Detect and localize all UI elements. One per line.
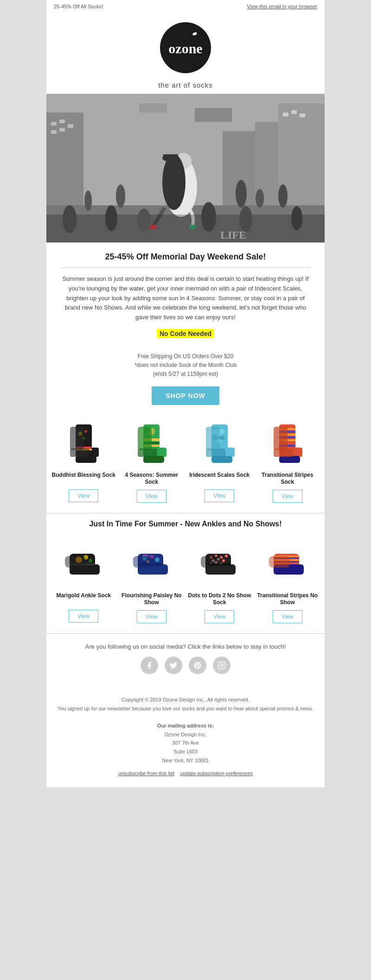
product-name-stripes: Transitional Stripes Sock [255,472,320,486]
product-image-box-scales [187,422,252,468]
sock-image-stripes-no-show [269,551,306,579]
noshows-title-bar: Just In Time For Summer - New Ankles and… [46,513,325,535]
products-section: Buddhist Blessing Sock View [46,414,325,513]
svg-point-18 [278,184,288,208]
preferences-link[interactable]: update subscription preferences [180,771,253,776]
view-button-scales[interactable]: View [205,489,234,502]
no-code-label: No Code Needed [157,329,214,338]
svg-point-85 [89,559,92,563]
product-name-paisley: Flourishing Paisley No Show [119,592,185,607]
signup-note: You signed up for our newsletter because… [56,704,315,713]
svg-point-28 [63,205,77,233]
product-name-stripes-no-show: Transitional Stripes No Show [255,592,320,607]
view-button-dots[interactable]: View [205,610,234,623]
unsubscribe-link[interactable]: unsubscribe from this list [118,771,174,776]
svg-rect-117 [269,556,290,568]
shipping-line1: Free Shipping On US Orders Over $20 [60,352,311,361]
product-name-scales: Iridescent Scales Sock [187,472,252,486]
hero-svg: LIFE [46,94,325,242]
svg-point-32 [239,206,252,232]
address-line2: 307 7th Ave [56,739,315,747]
sock-image-seasons [134,424,169,465]
address-line4: New York, NY 10001 [56,756,315,765]
svg-rect-68 [206,449,225,457]
facebook-icon[interactable] [141,657,158,674]
svg-rect-48 [143,456,164,463]
tagline: the art of socks [54,81,317,89]
svg-rect-54 [138,427,152,450]
svg-point-119 [220,664,223,667]
shop-now-button[interactable]: SHOP NOW [152,386,219,405]
sale-body: Summer season is just around the corner … [60,274,311,322]
view-button-marigold[interactable]: View [69,610,98,623]
product-item-stripes-no-show: Transitional Stripes No Show View [255,542,320,626]
sock-image-scales [202,424,237,465]
svg-rect-5 [51,130,57,134]
svg-rect-79 [274,427,288,450]
svg-rect-4 [68,124,73,128]
svg-rect-23 [163,154,178,159]
copyright-text: Copyright © 2019 Ozone Design Inc., All … [56,695,315,704]
twitter-icon[interactable] [165,657,182,674]
svg-point-120 [223,663,224,664]
view-button-stripes[interactable]: View [273,490,302,503]
footer: Copyright © 2019 Ozone Design Inc., All … [46,691,325,787]
svg-rect-118 [218,662,225,669]
svg-point-33 [291,206,302,230]
view-button-seasons[interactable]: View [137,490,166,503]
mailing-label: Our mailing address is: [56,721,315,730]
product-image-box-marigold [51,542,116,588]
sale-title: 25-45% Off Memorial Day Weekend Sale! [60,252,311,262]
browser-link[interactable]: View this email in your browser [247,4,317,9]
product-name-buddhist: Buddhist Blessing Sock [51,472,116,486]
svg-point-29 [105,205,117,231]
svg-rect-9 [291,110,297,114]
svg-point-21 [162,154,186,210]
product-image-box-paisley [119,542,185,588]
sock-image-paisley [133,551,170,579]
view-button-stripes-no-show[interactable]: View [273,610,302,623]
product-name-seasons: 4 Seasons: Summer Sock [119,472,185,486]
view-button-buddhist[interactable]: View [69,489,98,502]
noshows-section-title: Just In Time For Summer - New Ankles and… [56,520,315,528]
svg-point-104 [222,559,225,562]
product-image-box-buddhist [51,422,116,468]
shipping-info: Free Shipping On US Orders Over $20 *doe… [60,352,311,379]
svg-rect-95 [133,556,154,568]
svg-rect-34 [195,108,232,122]
product-name-marigold: Marigold Ankle Sock [51,592,116,606]
sale-section: 25-45% Off Memorial Day Weekend Sale! Su… [46,243,325,414]
email-container: 25-45% Off All Socks! View this email in… [46,0,325,787]
social-text: Are you following us on social media? Cl… [54,643,317,650]
products-grid: Buddhist Blessing Sock View [51,422,320,506]
social-section: Are you following us on social media? Cl… [46,633,325,691]
product-item-dots: Dots to Dots 2 No Show Sock View [187,542,252,626]
top-bar: 25-45% Off All Socks! View this email in… [46,0,325,13]
svg-point-92 [155,557,160,562]
shipping-line3: (ends 5/27 at 1159pm est) [60,370,311,379]
product-image-box-stripes [255,422,320,468]
address-line1: Ozone Design Inc. [56,730,315,739]
svg-rect-58 [211,456,232,463]
svg-rect-10 [300,114,305,117]
product-item-stripes: Transitional Stripes Sock View [255,422,320,506]
svg-point-101 [225,555,228,557]
product-item-marigold: Marigold Ankle Sock View [51,542,116,626]
view-button-paisley[interactable]: View [137,610,166,623]
product-item-buddhist: Buddhist Blessing Sock View [51,422,116,506]
svg-rect-8 [283,113,288,116]
sock-image-dots [201,551,238,579]
instagram-icon[interactable] [213,657,230,674]
svg-rect-109 [201,556,222,568]
svg-rect-44 [70,427,84,450]
svg-rect-55 [138,449,157,457]
product-name-dots: Dots to Dots 2 No Show Sock [187,592,252,607]
product-item-paisley: Flourishing Paisley No Show View [119,542,185,626]
svg-rect-35 [139,103,167,113]
social-icons-row [54,657,317,674]
sale-divider [60,267,311,268]
svg-rect-27 [46,215,325,242]
noshows-grid: Marigold Ankle Sock View [51,542,320,626]
noshows-section: Marigold Ankle Sock View [46,535,325,633]
pinterest-icon[interactable] [189,657,206,674]
